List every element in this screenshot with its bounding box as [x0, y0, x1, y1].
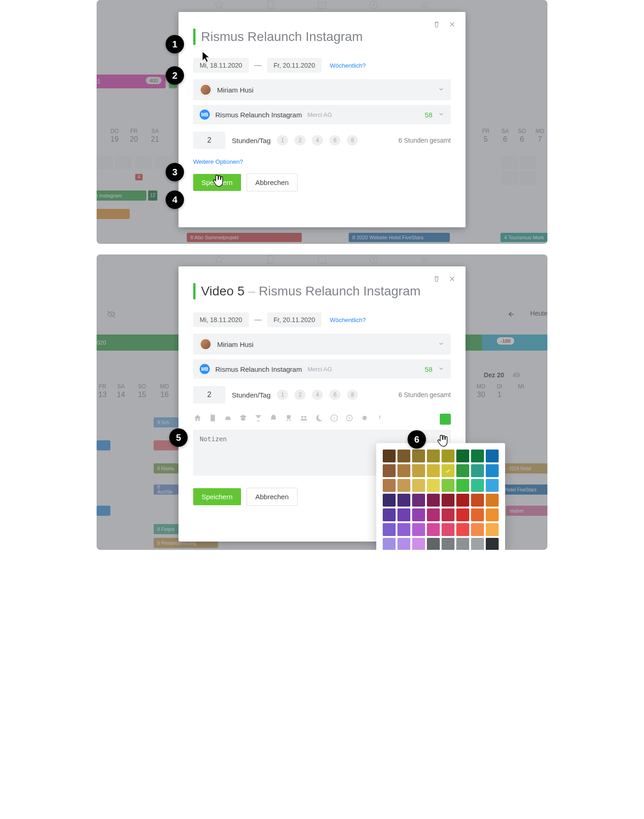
color-swatch[interactable]: [486, 464, 499, 477]
color-swatch[interactable]: [456, 494, 469, 507]
color-swatch[interactable]: [471, 538, 484, 550]
exclaim-icon[interactable]: [375, 414, 384, 424]
color-swatch[interactable]: [442, 494, 454, 507]
hour-chip[interactable]: 8: [347, 390, 358, 400]
cocktail-icon[interactable]: [254, 414, 263, 424]
trash-icon[interactable]: [432, 20, 441, 30]
hours-input[interactable]: [193, 386, 225, 404]
hour-chip[interactable]: 1: [277, 135, 288, 145]
color-swatch[interactable]: [442, 479, 454, 492]
color-swatch[interactable]: [412, 494, 425, 507]
color-swatch[interactable]: [397, 538, 410, 550]
color-swatch[interactable]: [427, 538, 440, 550]
date-from[interactable]: Mi, 18.11.2020: [193, 312, 249, 327]
building-icon[interactable]: [208, 414, 217, 424]
recurrence-link[interactable]: Wöchentlich?: [330, 62, 366, 69]
color-swatch[interactable]: [442, 464, 454, 477]
color-swatch[interactable]: [383, 494, 396, 507]
project-select[interactable]: MB Rismus Relaunch Instagram Merci AG 58: [193, 105, 451, 124]
hour-chip[interactable]: 6: [329, 135, 340, 145]
color-swatch[interactable]: [383, 508, 396, 521]
hours-input[interactable]: [193, 132, 225, 149]
target-icon[interactable]: [345, 414, 354, 424]
save-button[interactable]: Speichern: [193, 488, 241, 505]
color-swatch[interactable]: [412, 450, 425, 462]
color-swatch[interactable]: [427, 523, 440, 536]
color-swatch[interactable]: [456, 479, 469, 492]
color-swatch[interactable]: [486, 450, 499, 462]
color-swatch[interactable]: [383, 450, 396, 462]
dot-icon[interactable]: [360, 414, 369, 424]
color-swatch[interactable]: [471, 508, 484, 521]
date-to[interactable]: Fr, 20.11.2020: [267, 58, 322, 73]
color-swatch[interactable]: [471, 479, 484, 492]
color-swatch[interactable]: [427, 494, 440, 507]
group-icon[interactable]: [299, 414, 308, 424]
color-swatch[interactable]: [383, 479, 396, 492]
assignee-select[interactable]: Miriam Husi: [193, 334, 451, 355]
graduate-icon[interactable]: [239, 414, 247, 424]
date-to[interactable]: Fr, 20.11.2020: [267, 312, 322, 327]
color-swatch[interactable]: [442, 450, 454, 462]
color-swatch[interactable]: [442, 523, 454, 536]
moon-icon[interactable]: [315, 414, 323, 424]
entry-title-input[interactable]: Rismus Relaunch Instagram: [201, 29, 363, 44]
bell-icon[interactable]: [269, 414, 278, 424]
color-swatch[interactable]: [412, 523, 425, 536]
hour-chip[interactable]: 2: [294, 390, 305, 400]
more-options-link[interactable]: Weitere Optionen?: [193, 158, 243, 165]
color-swatch[interactable]: [486, 523, 499, 536]
hour-chip[interactable]: 4: [312, 390, 323, 400]
hour-chip[interactable]: 1: [277, 390, 288, 400]
hour-chip[interactable]: 2: [294, 135, 305, 145]
hour-chip[interactable]: 8: [347, 135, 358, 145]
color-swatch[interactable]: [486, 479, 499, 492]
color-swatch[interactable]: [383, 538, 396, 550]
close-icon[interactable]: [448, 20, 456, 30]
color-swatch[interactable]: [442, 508, 454, 521]
stroller-icon[interactable]: [284, 414, 293, 424]
color-swatch[interactable]: [412, 479, 425, 492]
color-swatch[interactable]: [383, 523, 396, 536]
color-swatch[interactable]: [412, 464, 425, 477]
project-select[interactable]: MB Rismus Relaunch Instagram Merci AG 58: [193, 359, 451, 379]
color-swatch[interactable]: [456, 508, 469, 521]
color-swatch[interactable]: [442, 538, 454, 550]
color-swatch[interactable]: [471, 523, 484, 536]
hour-chip[interactable]: 4: [312, 135, 323, 145]
color-swatch[interactable]: [397, 508, 410, 521]
color-swatch[interactable]: [427, 479, 440, 492]
color-swatch[interactable]: [486, 508, 499, 521]
trash-icon[interactable]: [432, 275, 441, 285]
car-icon[interactable]: [224, 414, 232, 424]
color-swatch[interactable]: [397, 479, 410, 492]
assignee-select[interactable]: Miriam Husi: [193, 79, 451, 100]
color-swatch[interactable]: [412, 508, 425, 521]
color-swatch[interactable]: [471, 450, 484, 462]
color-swatch[interactable]: [427, 508, 440, 521]
color-swatch[interactable]: [397, 450, 410, 462]
color-swatch[interactable]: [456, 464, 469, 477]
color-swatch[interactable]: [427, 450, 440, 462]
color-swatch[interactable]: [456, 450, 469, 462]
color-swatch[interactable]: [397, 494, 410, 507]
cancel-button[interactable]: Abbrechen: [247, 173, 298, 191]
color-swatch[interactable]: [397, 464, 410, 477]
color-swatch[interactable]: [471, 494, 484, 507]
info-icon[interactable]: [330, 414, 339, 424]
recurrence-link[interactable]: Wöchentlich?: [330, 317, 366, 323]
color-swatch[interactable]: [456, 523, 469, 536]
color-swatch[interactable]: [427, 464, 440, 477]
color-swatch[interactable]: [486, 494, 499, 507]
home-icon[interactable]: [193, 414, 202, 424]
color-swatch[interactable]: [383, 464, 396, 477]
close-icon[interactable]: [448, 275, 456, 285]
entry-title-input[interactable]: Video 5 – Rismus Relaunch Instagram: [201, 284, 420, 299]
color-swatch[interactable]: [412, 538, 425, 550]
hour-chip[interactable]: 6: [329, 390, 340, 400]
color-swatch[interactable]: [471, 464, 484, 477]
color-swatch[interactable]: [486, 538, 499, 550]
color-swatch[interactable]: [456, 538, 469, 550]
cancel-button[interactable]: Abbrechen: [247, 488, 298, 506]
color-swatch-button[interactable]: [440, 414, 451, 425]
